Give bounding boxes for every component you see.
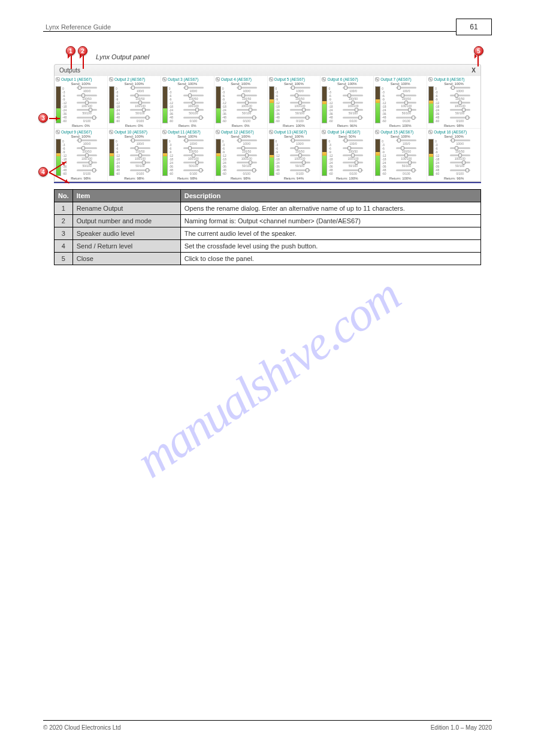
crossfade-slider[interactable]: 50/100	[341, 162, 364, 168]
crossfade-slider[interactable]: 100/100	[129, 102, 152, 108]
crossfade-slider[interactable]: 50/100	[75, 162, 98, 168]
rename-output-icon[interactable]	[162, 77, 167, 81]
crossfade-slider[interactable]: 100/0	[182, 87, 205, 93]
crossfade-slider[interactable]: 0/100	[449, 169, 471, 175]
crossfade-slider[interactable]: 100/100	[289, 154, 312, 160]
crossfade-slider[interactable]: 0/100	[289, 117, 312, 123]
crossfade-slider[interactable]: 100/50	[235, 147, 258, 153]
rename-output-icon[interactable]	[216, 77, 220, 81]
crossfade-slider[interactable]: 100/50	[182, 95, 205, 101]
crossfade-slider[interactable]: 100/0	[75, 87, 98, 93]
crossfade-slider[interactable]: 50/100	[129, 109, 152, 115]
output-title: Output 4 (AES67)	[221, 77, 252, 81]
crossfade-slider[interactable]: 100/0	[449, 139, 471, 145]
crossfade-slider[interactable]: 0/100	[395, 117, 418, 123]
crossfade-slider[interactable]: 100/0	[341, 139, 364, 145]
rename-output-icon[interactable]	[322, 77, 326, 81]
crossfade-slider[interactable]: 100/50	[341, 95, 364, 101]
crossfade-slider[interactable]: 100/100	[341, 154, 364, 160]
crossfade-slider[interactable]: 100/100	[341, 102, 364, 108]
rename-output-icon[interactable]	[375, 77, 379, 81]
crossfade-slider[interactable]: 0/100	[235, 117, 258, 123]
crossfade-slider[interactable]: 100/100	[75, 102, 98, 108]
crossfade-slider[interactable]: 100/50	[449, 147, 471, 153]
rename-output-icon[interactable]	[109, 130, 113, 134]
crossfade-slider[interactable]: 0/100	[129, 117, 152, 123]
crossfade-slider[interactable]: 50/100	[449, 109, 471, 115]
rename-output-icon[interactable]	[428, 130, 433, 134]
crossfade-slider[interactable]: 100/0	[395, 87, 418, 93]
crossfade-slider[interactable]: 100/50	[341, 147, 364, 153]
crossfade-slider[interactable]: 50/100	[129, 162, 152, 168]
crossfade-slider[interactable]: 100/100	[75, 154, 98, 160]
crossfade-slider[interactable]: 100/50	[129, 147, 152, 153]
output-send-label: Send: 100%	[269, 82, 319, 86]
crossfade-slider[interactable]: 0/100	[289, 169, 312, 175]
crossfade-slider[interactable]: 100/100	[395, 154, 418, 160]
crossfade-slider[interactable]: 0/100	[235, 169, 258, 175]
crossfade-slider[interactable]: 50/100	[75, 109, 98, 115]
crossfade-slider[interactable]: 50/100	[395, 162, 418, 168]
crossfade-slider[interactable]: 0/100	[129, 169, 152, 175]
crossfade-slider[interactable]: 100/50	[289, 147, 312, 153]
crossfade-slider[interactable]: 100/100	[129, 154, 152, 160]
crossfade-slider[interactable]: 100/100	[235, 154, 258, 160]
crossfade-slider[interactable]: 0/100	[75, 117, 98, 123]
crossfade-slider[interactable]: 100/100	[182, 102, 205, 108]
crossfade-slider[interactable]: 100/100	[289, 102, 312, 108]
crossfade-slider[interactable]: 100/0	[182, 139, 205, 145]
crossfade-slider[interactable]: 100/100	[449, 102, 471, 108]
crossfade-slider[interactable]: 50/100	[289, 162, 312, 168]
crossfade-slider[interactable]: 100/100	[395, 102, 418, 108]
crossfade-slider[interactable]: 0/100	[341, 169, 364, 175]
crossfade-slider[interactable]: 100/50	[75, 147, 98, 153]
rename-output-icon[interactable]	[322, 130, 326, 134]
rename-output-icon[interactable]	[56, 77, 60, 81]
crossfade-slider[interactable]: 50/100	[235, 162, 258, 168]
crossfade-slider[interactable]: 100/50	[75, 95, 98, 101]
crossfade-slider[interactable]: 100/50	[289, 95, 312, 101]
crossfade-slider[interactable]: 0/100	[182, 169, 205, 175]
crossfade-slider[interactable]: 100/0	[75, 139, 98, 145]
crossfade-slider[interactable]: 100/0	[449, 87, 471, 93]
crossfade-slider[interactable]: 50/100	[235, 109, 258, 115]
crossfade-slider[interactable]: 0/100	[449, 117, 471, 123]
crossfade-slider[interactable]: 0/100	[341, 117, 364, 123]
crossfade-slider[interactable]: 100/100	[235, 102, 258, 108]
crossfade-slider[interactable]: 100/100	[182, 154, 205, 160]
rename-output-icon[interactable]	[216, 130, 220, 134]
crossfade-slider[interactable]: 100/0	[129, 87, 152, 93]
crossfade-slider[interactable]: 100/0	[235, 87, 258, 93]
crossfade-slider[interactable]: 50/100	[182, 162, 205, 168]
crossfade-slider[interactable]: 100/0	[235, 139, 258, 145]
crossfade-slider[interactable]: 100/0	[289, 87, 312, 93]
rename-output-icon[interactable]	[109, 77, 113, 81]
rename-output-icon[interactable]	[375, 130, 379, 134]
rename-output-icon[interactable]	[162, 130, 167, 134]
crossfade-slider[interactable]: 100/50	[235, 95, 258, 101]
crossfade-slider[interactable]: 50/100	[449, 162, 471, 168]
crossfade-slider[interactable]: 100/50	[449, 95, 471, 101]
crossfade-slider[interactable]: 50/100	[341, 109, 364, 115]
crossfade-slider[interactable]: 0/100	[182, 117, 205, 123]
rename-output-icon[interactable]	[269, 130, 273, 134]
crossfade-slider[interactable]: 0/100	[75, 169, 98, 175]
crossfade-slider[interactable]: 100/50	[182, 147, 205, 153]
crossfade-slider[interactable]: 50/100	[182, 109, 205, 115]
crossfade-slider[interactable]: 100/50	[395, 95, 418, 101]
output-send-label: Send: 100%	[375, 135, 425, 138]
crossfade-slider[interactable]: 100/50	[395, 147, 418, 153]
rename-output-icon[interactable]	[428, 77, 433, 81]
crossfade-slider[interactable]: 100/0	[289, 139, 312, 145]
crossfade-slider[interactable]: 50/100	[395, 109, 418, 115]
crossfade-slider[interactable]: 100/0	[129, 139, 152, 145]
crossfade-slider[interactable]: 100/0	[341, 87, 364, 93]
crossfade-slider[interactable]: 100/0	[395, 139, 418, 145]
crossfade-slider[interactable]: 100/50	[129, 95, 152, 101]
close-icon[interactable]: X	[471, 67, 476, 74]
rename-output-icon[interactable]	[56, 130, 60, 134]
crossfade-slider[interactable]: 100/100	[449, 154, 471, 160]
crossfade-slider[interactable]: 0/100	[395, 169, 418, 175]
crossfade-slider[interactable]: 50/100	[289, 109, 312, 115]
rename-output-icon[interactable]	[269, 77, 273, 81]
